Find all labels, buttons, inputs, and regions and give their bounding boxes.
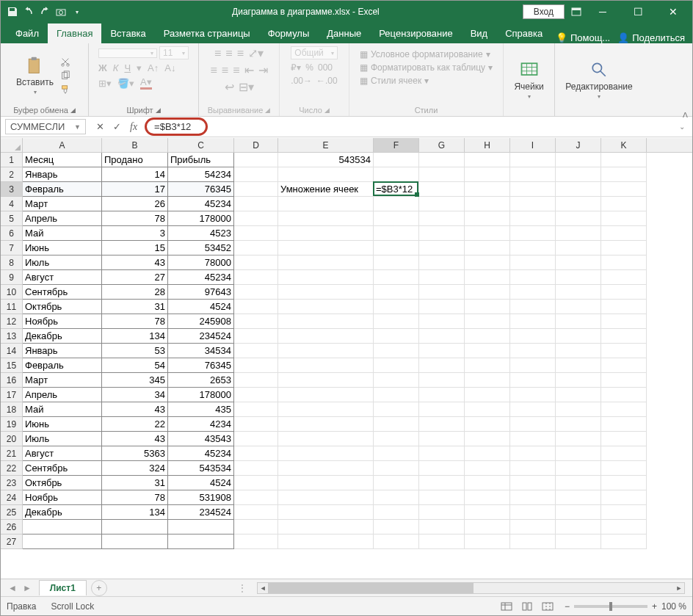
column-header[interactable]: G <box>419 138 465 152</box>
cell[interactable] <box>234 461 278 476</box>
name-box[interactable]: СУММЕСЛИ▼ <box>5 119 86 134</box>
cell[interactable]: 31 <box>102 476 168 490</box>
spreadsheet-grid[interactable]: ABCDEFGHIJK 1МесяцПроданоПрибыль5435342Я… <box>1 138 692 579</box>
cell[interactable] <box>601 432 647 446</box>
cell[interactable] <box>556 153 601 167</box>
cell[interactable] <box>234 270 278 285</box>
row-header[interactable]: 22 <box>1 461 23 476</box>
cell[interactable]: Продано <box>102 153 168 167</box>
cell[interactable] <box>510 388 556 402</box>
cell[interactable]: 2653 <box>168 373 234 388</box>
cell[interactable] <box>278 211 374 226</box>
redo-icon[interactable] <box>39 6 51 18</box>
cell[interactable] <box>278 388 374 402</box>
qat-dropdown-icon[interactable]: ▾ <box>71 6 83 18</box>
cell[interactable] <box>234 211 278 226</box>
row-header[interactable]: 24 <box>1 490 23 505</box>
tab-help[interactable]: Справка <box>496 23 551 43</box>
cell[interactable] <box>278 446 374 461</box>
cell[interactable] <box>465 314 510 329</box>
cell[interactable] <box>419 490 465 505</box>
cell[interactable] <box>374 373 419 388</box>
number-format-dropdown[interactable]: Общий▾ <box>291 46 337 59</box>
cell[interactable]: 15 <box>102 241 168 256</box>
cell[interactable]: Прибыль <box>168 153 234 167</box>
increase-font-icon[interactable]: A↑ <box>148 62 159 73</box>
cell[interactable] <box>465 270 510 285</box>
cell[interactable] <box>556 402 601 417</box>
cell[interactable] <box>556 182 601 197</box>
cell[interactable] <box>278 505 374 520</box>
cell[interactable] <box>374 270 419 285</box>
cell[interactable] <box>510 446 556 461</box>
tab-data[interactable]: Данные <box>318 23 370 43</box>
cell[interactable] <box>510 402 556 417</box>
column-header[interactable]: C <box>168 138 234 152</box>
cell[interactable] <box>419 153 465 167</box>
cell[interactable] <box>556 476 601 490</box>
tab-insert[interactable]: Вставка <box>101 23 154 43</box>
cell[interactable] <box>168 520 234 535</box>
cell[interactable] <box>374 226 419 241</box>
cell[interactable] <box>465 226 510 241</box>
cell[interactable] <box>234 329 278 344</box>
cell[interactable] <box>374 446 419 461</box>
align-center-icon[interactable]: ≡ <box>222 64 228 77</box>
cell[interactable] <box>374 358 419 373</box>
cell[interactable]: 26 <box>102 197 168 211</box>
cell[interactable] <box>465 285 510 300</box>
cell[interactable] <box>419 388 465 402</box>
cell[interactable] <box>234 256 278 270</box>
cell[interactable]: 53 <box>102 344 168 358</box>
cell[interactable] <box>234 476 278 490</box>
cell[interactable] <box>234 446 278 461</box>
cell[interactable] <box>419 241 465 256</box>
cell[interactable] <box>234 520 278 535</box>
format-painter-icon[interactable] <box>58 84 73 95</box>
cell[interactable] <box>374 417 419 432</box>
row-header[interactable]: 19 <box>1 417 23 432</box>
cell[interactable] <box>601 314 647 329</box>
cell[interactable]: 54 <box>102 358 168 373</box>
cell[interactable]: Август <box>23 446 102 461</box>
cell[interactable] <box>278 344 374 358</box>
row-header[interactable]: 23 <box>1 476 23 490</box>
cell[interactable] <box>465 520 510 535</box>
font-size-dropdown[interactable]: 11▾ <box>159 46 189 59</box>
cell[interactable]: Март <box>23 197 102 211</box>
column-header[interactable]: I <box>510 138 556 152</box>
indent-inc-icon[interactable]: ⇥ <box>258 63 268 77</box>
cell[interactable]: 234524 <box>168 505 234 520</box>
cell[interactable] <box>419 285 465 300</box>
cell[interactable]: 45234 <box>168 197 234 211</box>
cell[interactable]: Июнь <box>23 241 102 256</box>
cell[interactable] <box>601 285 647 300</box>
row-header[interactable]: 11 <box>1 300 23 314</box>
format-as-table-button[interactable]: ▦Форматировать как таблицу ▾ <box>360 62 493 73</box>
row-header[interactable]: 8 <box>1 256 23 270</box>
cell[interactable] <box>465 256 510 270</box>
cell[interactable] <box>601 197 647 211</box>
copy-icon[interactable] <box>58 70 73 81</box>
cell[interactable] <box>510 197 556 211</box>
cell[interactable] <box>556 344 601 358</box>
cell[interactable] <box>601 402 647 417</box>
ribbon-options-icon[interactable] <box>570 6 582 18</box>
cell[interactable] <box>556 535 601 549</box>
cell[interactable] <box>278 432 374 446</box>
cell[interactable] <box>601 505 647 520</box>
cell[interactable] <box>510 358 556 373</box>
cell[interactable] <box>556 432 601 446</box>
cell[interactable] <box>419 182 465 197</box>
cell[interactable]: 78 <box>102 211 168 226</box>
cell[interactable]: Сентябрь <box>23 285 102 300</box>
cell[interactable] <box>374 432 419 446</box>
bold-icon[interactable]: Ж <box>98 62 107 73</box>
zoom-slider[interactable] <box>574 605 647 608</box>
row-header[interactable]: 14 <box>1 344 23 358</box>
cell[interactable] <box>556 270 601 285</box>
cell[interactable] <box>374 388 419 402</box>
cell[interactable] <box>278 358 374 373</box>
cell[interactable] <box>601 446 647 461</box>
cell[interactable] <box>465 182 510 197</box>
